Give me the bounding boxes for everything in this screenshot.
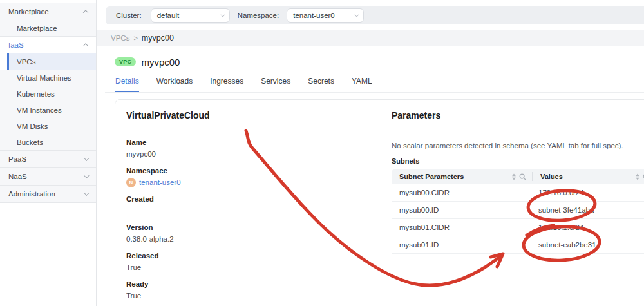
- field-value: True: [126, 291, 371, 301]
- field-label: Namespace: [126, 166, 371, 176]
- field-name: Name myvpc00: [126, 138, 371, 159]
- sidebar-item-virtual-machines[interactable]: Virtual Machines: [0, 70, 96, 86]
- page-title: myvpc00: [141, 57, 180, 68]
- sidebar-group-administration[interactable]: Administration: [0, 186, 96, 202]
- column-header-values: Values: [540, 173, 563, 180]
- sidebar-item-label: Marketplace: [17, 24, 57, 32]
- sidebar-group-naas[interactable]: NaaS: [0, 168, 96, 185]
- table-row[interactable]: mysub00.CIDR 172.16.0.0/24: [392, 184, 644, 202]
- cluster-select-value: default: [157, 12, 180, 19]
- search-icon[interactable]: [519, 173, 526, 180]
- field-value: [126, 206, 371, 216]
- breadcrumb-current: myvpc00: [142, 33, 174, 43]
- namespace-avatar: N: [126, 178, 136, 187]
- section-heading: Parameters: [392, 110, 644, 120]
- sidebar-item-vm-disks[interactable]: VM Disks: [0, 118, 96, 134]
- table-row[interactable]: mysub01.ID subnet-eab2be31: [392, 236, 644, 254]
- field-created: Created: [126, 195, 371, 216]
- table-row[interactable]: mysub00.ID subnet-3fe41aba: [392, 202, 644, 219]
- field-released: Released True: [126, 251, 371, 273]
- sidebar-group-iaas[interactable]: IaaS: [0, 37, 96, 53]
- field-value: True: [126, 263, 371, 273]
- tab-bar-divider: [105, 92, 644, 93]
- parameters-note: No scalar parameters detected in schema …: [392, 142, 644, 149]
- tab-bar: Details Workloads Ingresses Services Sec…: [115, 77, 372, 93]
- sidebar-item-label: Kubernetes: [17, 90, 55, 98]
- field-label: Name: [126, 138, 371, 148]
- subnets-table: Subnet Parameters Values: [392, 169, 644, 254]
- tab-workloads[interactable]: Workloads: [156, 77, 193, 93]
- field-value: myvpc00: [126, 149, 371, 159]
- subnet-value-cell: 172.16.0.0/24: [532, 189, 644, 196]
- field-ready: Ready True: [126, 280, 371, 301]
- vpc-badge: VPC: [115, 57, 136, 66]
- tab-ingresses[interactable]: Ingresses: [210, 77, 243, 93]
- namespace-label: Namespace:: [238, 12, 279, 19]
- field-label: Created: [126, 195, 371, 204]
- tab-details[interactable]: Details: [115, 77, 139, 93]
- breadcrumb: VPCs > myvpc00: [97, 30, 644, 46]
- sidebar-group-label: Marketplace: [8, 8, 49, 15]
- sidebar-item-label: Virtual Machines: [17, 74, 71, 82]
- sidebar-nav: Marketplace Marketplace IaaS VPCs Virtua…: [0, 3, 96, 203]
- sidebar-item-marketplace[interactable]: Marketplace: [0, 20, 96, 36]
- sidebar-item-label: VPCs: [17, 58, 35, 66]
- table-row[interactable]: mysub01.CIDR 172.16.1.0/24: [392, 219, 644, 236]
- subnet-param-cell: mysub00.CIDR: [392, 189, 532, 196]
- sidebar: Marketplace Marketplace IaaS VPCs Virtua…: [0, 0, 97, 306]
- subnets-table-header: Subnet Parameters Values: [392, 169, 644, 184]
- chevron-down-icon: [355, 12, 359, 17]
- chevron-up-icon: [83, 43, 88, 48]
- field-label: Version: [126, 223, 371, 233]
- sidebar-group-label: NaaS: [8, 173, 27, 180]
- namespace-link[interactable]: tenant-user0: [139, 178, 181, 187]
- chevron-down-icon: [84, 173, 89, 178]
- field-namespace: Namespace N tenant-user0: [126, 166, 371, 187]
- subnet-value-cell: subnet-3fe41aba: [532, 206, 644, 214]
- subnet-value-cell: 172.16.1.0/24: [532, 224, 644, 231]
- breadcrumb-separator: >: [133, 34, 137, 42]
- field-value: 0.38.0-alpha.2: [126, 234, 371, 244]
- chevron-down-icon: [84, 155, 89, 160]
- field-label: Ready: [126, 280, 371, 289]
- resource-details-section: VirtualPrivateCloud Name myvpc00 Namespa…: [126, 110, 371, 306]
- tab-secrets[interactable]: Secrets: [308, 77, 334, 93]
- breadcrumb-vpcs-link[interactable]: VPCs: [111, 34, 129, 42]
- chevron-down-icon: [220, 12, 225, 17]
- sidebar-item-label: VM Instances: [17, 106, 62, 114]
- field-version: Version 0.38.0-alpha.2: [126, 223, 371, 244]
- chevron-down-icon: [84, 190, 89, 195]
- page-header: VPC myvpc00: [115, 55, 180, 68]
- sort-icon[interactable]: [635, 173, 640, 180]
- namespace-select[interactable]: tenant-user0: [287, 8, 364, 23]
- tab-yaml[interactable]: YAML: [352, 77, 372, 93]
- sidebar-group-marketplace[interactable]: Marketplace: [0, 3, 96, 20]
- sidebar-item-buckets[interactable]: Buckets: [0, 134, 96, 150]
- subnet-param-cell: mysub01.ID: [392, 241, 532, 249]
- sidebar-item-vm-instances[interactable]: VM Instances: [0, 102, 96, 118]
- chevron-up-icon: [83, 10, 88, 15]
- sidebar-group-label: Administration: [8, 190, 55, 198]
- cluster-label: Cluster:: [116, 12, 142, 19]
- sidebar-group-label: PaaS: [8, 155, 26, 163]
- subnet-param-cell: mysub01.CIDR: [392, 224, 532, 231]
- details-panel: VirtualPrivateCloud Name myvpc00 Namespa…: [115, 99, 644, 306]
- main-content-card: VPC myvpc00 Details Workloads Ingresses …: [105, 46, 644, 306]
- cluster-select[interactable]: default: [151, 8, 230, 23]
- tab-services[interactable]: Services: [261, 77, 290, 93]
- sidebar-item-vpcs[interactable]: VPCs: [7, 53, 96, 70]
- subnet-param-cell: mysub00.ID: [392, 206, 532, 214]
- sidebar-divider: [0, 202, 96, 203]
- sidebar-item-label: VM Disks: [17, 122, 48, 130]
- sidebar-item-label: Buckets: [17, 139, 43, 146]
- parameters-section: Parameters No scalar parameters detected…: [392, 110, 644, 254]
- column-header-subnet-parameters: Subnet Parameters: [399, 173, 464, 180]
- sort-icon[interactable]: [511, 173, 516, 180]
- field-label: Released: [126, 251, 371, 261]
- section-heading: VirtualPrivateCloud: [126, 110, 371, 120]
- sidebar-group-label: IaaS: [8, 41, 24, 49]
- sidebar-item-kubernetes[interactable]: Kubernetes: [0, 86, 96, 102]
- namespace-select-value: tenant-user0: [293, 12, 335, 19]
- subnets-label: Subnets: [392, 157, 644, 165]
- sidebar-group-paas[interactable]: PaaS: [0, 151, 96, 167]
